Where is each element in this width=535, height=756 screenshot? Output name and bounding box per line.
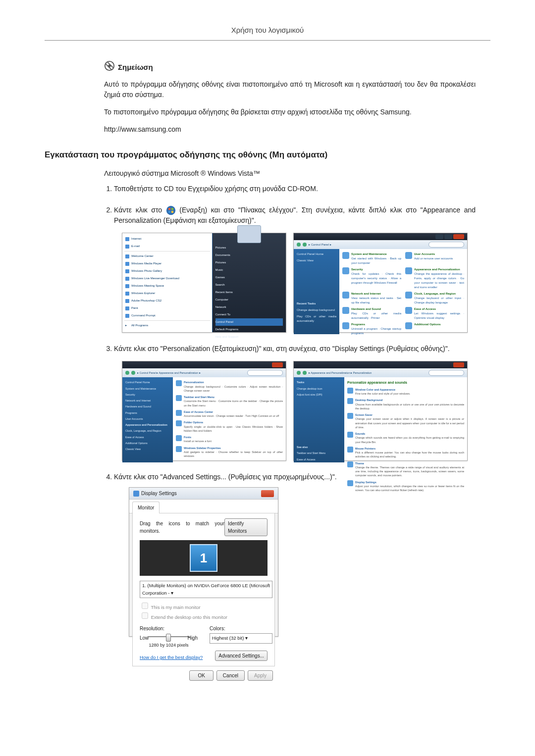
cp-category[interactable]: User AccountsAdd or remove user accounts — [405, 252, 464, 265]
start-menu-link[interactable]: Music — [215, 266, 283, 274]
cp-category[interactable]: ProgramsUninstall a program · Change sta… — [342, 322, 401, 336]
back-icon[interactable] — [125, 371, 129, 375]
start-menu-item[interactable]: Welcome Center — [124, 252, 210, 260]
start-menu-item[interactable]: Windows Photo Gallery — [124, 267, 210, 275]
cp-category[interactable]: Additional Options — [405, 322, 464, 336]
close-icon[interactable] — [453, 362, 464, 367]
resolution-value: 1280 by 1024 pixels — [140, 642, 198, 649]
back-icon[interactable] — [297, 371, 301, 375]
search-input[interactable] — [428, 242, 464, 248]
sidebar-task[interactable]: Adjust font size (DPI) — [297, 393, 341, 397]
back-icon[interactable] — [297, 243, 301, 247]
forward-icon[interactable] — [131, 371, 135, 375]
appearance-item-personalization[interactable]: PersonalizationChange desktop background… — [176, 380, 283, 393]
advanced-settings-button[interactable]: Advanced Settings... — [215, 651, 268, 661]
start-menu-link[interactable]: Search — [215, 281, 283, 289]
sidebar-item[interactable]: Security — [125, 393, 170, 397]
cp-category[interactable]: Hardware and SoundPlay CDs or other medi… — [342, 307, 401, 320]
resolution-slider[interactable]: Low High — [140, 633, 198, 640]
start-menu-link[interactable]: Connect To — [215, 311, 283, 318]
personalization-item[interactable]: Screen SaverChange your screen saver or … — [347, 413, 464, 429]
sidebar-task[interactable]: Play CDs or other media automatically — [297, 314, 336, 323]
sidebar-item[interactable]: Additional Options — [125, 441, 170, 445]
sidebar-item[interactable]: User Accounts — [125, 417, 170, 421]
start-menu-item[interactable]: Command Prompt — [124, 312, 210, 319]
start-menu-item[interactable]: Windows Live Messenger Download — [124, 275, 210, 282]
start-menu-item[interactable]: Windows Explorer — [124, 290, 210, 297]
window-titlebar — [122, 361, 286, 368]
start-menu-item[interactable]: Adobe Photoshop CS2 — [124, 297, 210, 304]
start-menu-link[interactable]: Pictures — [215, 244, 283, 252]
start-menu-item[interactable]: Paint — [124, 304, 210, 312]
monitor-preview-area[interactable]: 1 — [140, 540, 268, 576]
search-input[interactable] — [428, 370, 464, 376]
sidebar-item[interactable]: Control Panel Home — [297, 252, 336, 256]
personalization-item[interactable]: Mouse PointersPick a different mouse poi… — [347, 447, 464, 459]
start-menu-link[interactable]: Network — [215, 303, 283, 311]
start-menu-all-programs[interactable]: ▸All Programs — [124, 322, 210, 329]
search-input[interactable] — [247, 370, 283, 376]
sidebar-recent-tasks: Recent Tasks — [297, 302, 336, 306]
appearance-item[interactable]: Folder OptionsSpecify single- or double-… — [176, 420, 283, 433]
cp-category[interactable]: SecurityCheck for updates · Check this c… — [342, 267, 401, 290]
appearance-item[interactable]: Windows Sidebar PropertiesAdd gadgets to… — [176, 446, 283, 458]
forward-icon[interactable] — [303, 243, 307, 247]
start-menu-link[interactable]: Games — [215, 274, 283, 281]
colors-select[interactable]: Highest (32 bit) ▾ — [210, 633, 272, 643]
sidebar-item[interactable]: Programs — [125, 411, 170, 415]
personalization-item[interactable]: ThemeChange the theme. Themes can change… — [347, 461, 464, 478]
cancel-button[interactable]: Cancel — [216, 670, 245, 681]
sidebar-item-selected[interactable]: Appearance and Personalization — [125, 423, 170, 427]
best-display-link[interactable]: How do I get the best display? — [140, 654, 203, 661]
start-menu-item[interactable]: Windows Media Player — [124, 260, 210, 267]
breadcrumb[interactable]: ▸ Appearance and Personalization ▸ Perso… — [309, 371, 372, 375]
sidebar-item[interactable]: Clock, Language, and Region — [125, 429, 170, 433]
cp-category[interactable]: System and MaintenanceGet started with W… — [342, 252, 401, 265]
breadcrumb[interactable]: ▸ Control Panel ▸ — [309, 243, 331, 247]
close-icon[interactable] — [453, 234, 464, 239]
personalization-item[interactable]: SoundsChange which sounds are heard when… — [347, 432, 464, 444]
breadcrumb[interactable]: ▸ Control Panel ▸ Appearance and Persona… — [137, 371, 201, 375]
monitor-icon[interactable]: 1 — [190, 544, 217, 572]
sidebar-item[interactable]: Classic View — [125, 447, 170, 451]
cp-category[interactable]: Clock, Language, and RegionChange keyboa… — [405, 292, 464, 305]
cp-category[interactable]: Ease of AccessLet Windows suggest settin… — [405, 307, 464, 320]
sidebar-item[interactable]: Classic View — [297, 258, 336, 263]
slider-thumb[interactable] — [166, 634, 171, 642]
start-menu-link[interactable]: Computer — [215, 296, 283, 303]
appearance-item[interactable]: Ease of Access CenterAccommodate low vis… — [176, 410, 283, 418]
sidebar-task[interactable]: Change desktop icon — [297, 387, 341, 391]
monitor-select[interactable]: 1. (Multiple Monitors) on NVIDIA GeForce… — [140, 581, 272, 598]
appearance-item[interactable]: FontsInstall or remove a font — [176, 435, 283, 444]
breadcrumb-bar[interactable]: ▸ Control Panel ▸ Appearance and Persona… — [122, 368, 286, 377]
cp-category[interactable]: Network and InternetView network status … — [342, 292, 401, 305]
breadcrumb-bar[interactable]: ▸ Control Panel ▸ — [294, 240, 467, 249]
identify-monitors-button[interactable]: Identify Monitors — [224, 518, 268, 536]
personalization-item[interactable]: Window Color and AppearanceFine tune the… — [347, 388, 464, 396]
start-menu-item[interactable]: E-mail — [124, 243, 210, 250]
start-menu-link[interactable]: Recent Items — [215, 289, 283, 296]
start-menu-link[interactable]: Documents — [215, 252, 283, 259]
sidebar-item[interactable]: Hardware and Sound — [125, 404, 170, 408]
breadcrumb-bar[interactable]: ▸ Appearance and Personalization ▸ Perso… — [294, 368, 467, 377]
personalization-item-display-settings[interactable]: Display SettingsAdjust your monitor reso… — [347, 480, 464, 493]
sidebar-item[interactable]: System and Maintenance — [125, 387, 170, 391]
start-menu-link[interactable]: Help and Support — [215, 333, 283, 341]
ok-button[interactable]: OK — [189, 670, 213, 681]
start-menu-link[interactable]: Pictures — [215, 259, 283, 266]
start-menu-link[interactable]: Default Programs — [215, 326, 283, 333]
close-icon[interactable] — [272, 362, 283, 367]
appearance-item[interactable]: Taskbar and Start MenuCustomize the Star… — [176, 395, 283, 407]
personalization-item[interactable]: Desktop BackgroundChoose from available … — [347, 398, 464, 410]
cp-category-appearance[interactable]: Appearance and PersonalizationChange the… — [405, 267, 464, 290]
start-menu-item[interactable]: Internet — [124, 235, 210, 243]
sidebar-task[interactable]: Change desktop background — [297, 308, 336, 312]
forward-icon[interactable] — [303, 371, 307, 375]
sidebar-item[interactable]: Control Panel Home — [125, 380, 170, 384]
sidebar-item[interactable]: Ease of Access — [125, 435, 170, 439]
tab-monitor[interactable]: Monitor — [132, 502, 160, 513]
start-menu-item[interactable]: Windows Meeting Space — [124, 282, 210, 290]
start-menu-control-panel[interactable]: Control Panel — [215, 318, 283, 326]
close-icon[interactable] — [261, 490, 274, 497]
sidebar-item[interactable]: Network and Internet — [125, 399, 170, 403]
